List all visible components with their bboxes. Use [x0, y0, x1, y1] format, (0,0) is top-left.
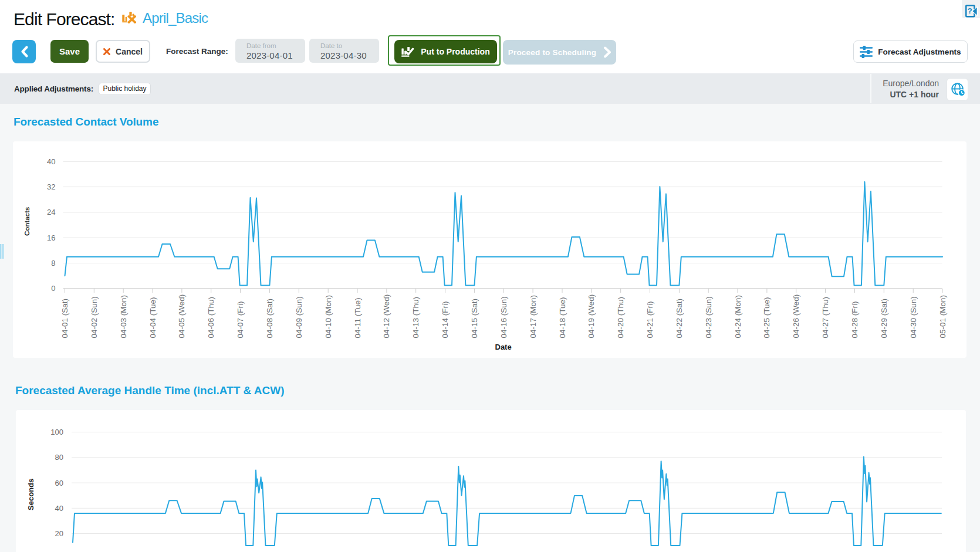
- svg-text:Seconds: Seconds: [26, 479, 35, 510]
- svg-text:04-14 (Fri): 04-14 (Fri): [441, 301, 450, 338]
- svg-text:100: 100: [50, 428, 63, 436]
- svg-text:Contacts: Contacts: [23, 207, 30, 236]
- svg-text:04-23 (Sun): 04-23 (Sun): [704, 296, 712, 338]
- svg-text:05-01 (Mon): 05-01 (Mon): [938, 295, 947, 338]
- svg-text:04-06 (Thu): 04-06 (Thu): [207, 297, 215, 338]
- svg-text:04-13 (Thu): 04-13 (Thu): [411, 297, 420, 338]
- svg-text:04-03 (Mon): 04-03 (Mon): [119, 295, 127, 338]
- svg-text:16: 16: [47, 233, 55, 242]
- svg-text:8: 8: [51, 259, 55, 267]
- svg-text:04-11 (Tue): 04-11 (Tue): [353, 297, 361, 338]
- svg-text:04-02 (Sun): 04-02 (Sun): [89, 296, 98, 338]
- svg-text:24: 24: [47, 208, 55, 216]
- svg-text:04-19 (Wed): 04-19 (Wed): [587, 294, 596, 338]
- svg-text:40: 40: [47, 157, 55, 166]
- svg-text:0: 0: [51, 284, 55, 293]
- svg-text:04-17 (Mon): 04-17 (Mon): [528, 295, 537, 338]
- svg-text:04-05 (Wed): 04-05 (Wed): [177, 294, 186, 338]
- svg-text:04-15 (Sat): 04-15 (Sat): [469, 299, 478, 338]
- svg-text:80: 80: [55, 453, 63, 462]
- svg-text:04-10 (Mon): 04-10 (Mon): [323, 295, 332, 338]
- svg-text:04-18 (Tue): 04-18 (Tue): [557, 297, 566, 338]
- svg-text:04-27 (Thu): 04-27 (Thu): [821, 297, 830, 338]
- svg-text:40: 40: [55, 504, 63, 513]
- svg-text:04-01 (Sat): 04-01 (Sat): [60, 299, 69, 338]
- svg-text:04-21 (Fri): 04-21 (Fri): [646, 301, 654, 338]
- svg-text:04-16 (Sun): 04-16 (Sun): [499, 296, 508, 338]
- svg-text:04-09 (Sun): 04-09 (Sun): [294, 296, 303, 338]
- svg-text:?: ?: [967, 6, 972, 15]
- svg-text:04-29 (Sat): 04-29 (Sat): [879, 299, 888, 338]
- svg-text:Date: Date: [495, 343, 511, 351]
- svg-text:04-28 (Fri): 04-28 (Fri): [850, 301, 859, 338]
- svg-text:04-25 (Tue): 04-25 (Tue): [762, 297, 771, 338]
- svg-text:32: 32: [47, 182, 55, 191]
- svg-text:04-24 (Mon): 04-24 (Mon): [733, 295, 742, 338]
- svg-text:04-07 (Fri): 04-07 (Fri): [236, 301, 245, 338]
- svg-text:04-08 (Sat): 04-08 (Sat): [265, 299, 273, 338]
- svg-text:04-30 (Sun): 04-30 (Sun): [908, 296, 917, 338]
- svg-text:04-04 (Tue): 04-04 (Tue): [148, 297, 157, 338]
- svg-text:04-26 (Wed): 04-26 (Wed): [792, 294, 800, 338]
- svg-text:04-12 (Wed): 04-12 (Wed): [382, 294, 391, 338]
- svg-text:04-22 (Sat): 04-22 (Sat): [674, 299, 683, 338]
- svg-text:04-20 (Thu): 04-20 (Thu): [616, 297, 625, 338]
- svg-text:20: 20: [55, 529, 63, 538]
- svg-text:60: 60: [55, 479, 63, 487]
